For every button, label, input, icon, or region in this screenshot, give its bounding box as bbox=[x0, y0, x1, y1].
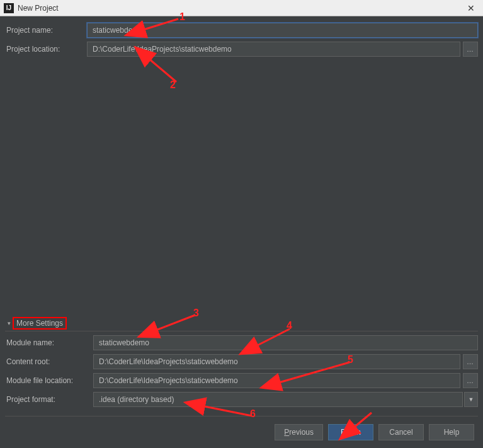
row-module-name: Module name: staticwebdemo bbox=[5, 335, 478, 350]
chevron-down-icon: ▾ bbox=[5, 320, 13, 326]
titlebar: IJ New Project ✕ bbox=[0, 0, 483, 16]
input-module-file-location[interactable]: D:\CoderLife\IdeaProjects\staticwebdemo bbox=[93, 373, 460, 388]
browse-module-file-location-button[interactable]: … bbox=[463, 373, 478, 388]
app-icon: IJ bbox=[4, 3, 14, 13]
previous-button[interactable]: Previous bbox=[275, 424, 323, 440]
finish-button-rest: inish bbox=[345, 428, 361, 437]
row-module-file-location: Module file location: D:\CoderLife\IdeaP… bbox=[5, 373, 478, 388]
finish-button[interactable]: Finish bbox=[328, 424, 373, 440]
input-project-name[interactable]: staticwebdemo bbox=[87, 23, 478, 38]
label-project-location: Project location: bbox=[5, 45, 87, 54]
row-project-format: Project format: .idea (directory based) … bbox=[5, 392, 478, 407]
input-project-location[interactable]: D:\CoderLife\IdeaProjects\staticwebdemo bbox=[87, 42, 460, 57]
row-content-root: Content root: D:\CoderLife\IdeaProjects\… bbox=[5, 354, 478, 369]
row-project-location: Project location: D:\CoderLife\IdeaProje… bbox=[5, 42, 478, 57]
label-project-name: Project name: bbox=[5, 26, 87, 35]
input-module-name[interactable]: staticwebdemo bbox=[93, 335, 478, 350]
window-title: New Project bbox=[18, 4, 463, 13]
label-project-format: Project format: bbox=[5, 395, 93, 404]
help-button[interactable]: Help bbox=[429, 424, 474, 440]
browse-project-location-button[interactable]: … bbox=[463, 42, 478, 57]
label-module-name: Module name: bbox=[5, 338, 93, 347]
input-content-root[interactable]: D:\CoderLife\IdeaProjects\staticwebdemo bbox=[93, 354, 460, 369]
label-module-file-location: Module file location: bbox=[5, 376, 93, 385]
cancel-button[interactable]: Cancel bbox=[378, 424, 424, 440]
spacer bbox=[5, 60, 478, 317]
browse-content-root-button[interactable]: … bbox=[463, 354, 478, 369]
more-settings-label: More Settings bbox=[13, 317, 67, 330]
more-settings-toggle[interactable]: ▾ More Settings bbox=[5, 317, 478, 331]
more-settings-panel: Module name: staticwebdemo Content root:… bbox=[5, 335, 478, 411]
chevron-down-icon[interactable]: ▼ bbox=[464, 392, 478, 407]
previous-button-rest: revious bbox=[289, 428, 314, 437]
label-content-root: Content root: bbox=[5, 357, 93, 366]
button-bar: Previous Finish Cancel Help bbox=[5, 416, 478, 443]
dialog-content: Project name: staticwebdemo Project loca… bbox=[0, 16, 483, 448]
close-icon[interactable]: ✕ bbox=[463, 0, 479, 16]
select-project-format[interactable]: .idea (directory based) bbox=[93, 392, 463, 407]
row-project-name: Project name: staticwebdemo bbox=[5, 23, 478, 38]
